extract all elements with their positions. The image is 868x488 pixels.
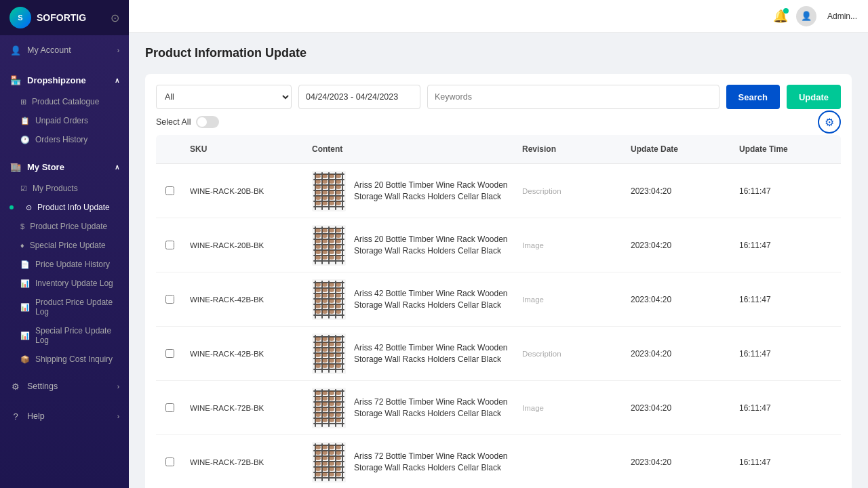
row-update-date: 2023:04:20 [624, 289, 732, 310]
special-price-label: Special Price Update [30, 241, 106, 250]
svg-point-35 [329, 201, 334, 205]
sidebar-item-shipping-cost-inquiry[interactable]: 📦 Shipping Cost Inquiry [0, 350, 129, 369]
svg-point-138 [329, 353, 334, 357]
sidebar-item-my-store[interactable]: 🏬 My Store ∧ [0, 155, 129, 179]
sidebar-item-product-price-update-log[interactable]: 📊 Product Price Update Log [0, 293, 129, 321]
sidebar-item-unpaid-orders[interactable]: 📋 Unpaid Orders [0, 111, 129, 130]
svg-point-175 [329, 407, 334, 411]
sidebar-item-help[interactable]: ? Help › [0, 404, 129, 428]
svg-point-98 [336, 293, 341, 298]
svg-point-89 [329, 283, 334, 287]
row-revision [515, 457, 624, 468]
table-header: SKU Content Revision Update Date Update … [156, 135, 841, 164]
th-update-time: Update Time [732, 142, 841, 157]
row-checkbox[interactable] [165, 349, 174, 358]
table-row: WINE-RACK-20B-BK Ariss 20 Bottle Timber … [156, 218, 841, 272]
svg-point-70 [315, 256, 321, 260]
settings-gear-wrapper: ⚙ [818, 110, 841, 134]
sidebar-item-price-update-history[interactable]: 📄 Price Update History [0, 255, 129, 274]
row-checkbox[interactable] [165, 295, 174, 304]
svg-point-221 [336, 472, 341, 476]
sidebar-item-product-catalogue[interactable]: ⊞ Product Catalogue [0, 92, 129, 111]
svg-point-166 [322, 396, 328, 401]
table-row: WINE-RACK-20B-BK Ariss 20 Bottle Timber … [156, 164, 841, 218]
row-update-date: 2023:04:20 [624, 235, 732, 256]
svg-point-181 [315, 418, 321, 422]
notification-dot [783, 8, 789, 14]
svg-point-204 [329, 451, 334, 455]
svg-point-20 [336, 180, 341, 184]
select-all-toggle[interactable] [196, 116, 219, 128]
avatar[interactable]: 👤 [796, 6, 816, 26]
unpaid-orders-icon: 📋 [20, 117, 30, 125]
price-history-label: Price Update History [35, 260, 110, 269]
row-revision: Description [515, 181, 624, 201]
price-history-icon: 📄 [20, 260, 30, 269]
svg-point-132 [315, 348, 321, 352]
svg-point-90 [336, 283, 341, 287]
table-settings-button[interactable]: ⚙ [818, 110, 841, 134]
svg-point-210 [315, 462, 321, 466]
svg-point-34 [322, 201, 328, 205]
row-checkbox[interactable] [165, 458, 174, 466]
category-select[interactable]: All [156, 85, 292, 109]
row-update-time: 16:11:47 [732, 344, 841, 364]
svg-point-110 [336, 310, 341, 314]
sidebar-item-product-price-update[interactable]: $ Product Price Update [0, 217, 129, 236]
svg-point-136 [315, 353, 321, 357]
svg-point-17 [315, 180, 321, 184]
svg-point-95 [315, 293, 321, 298]
row-content: Ariss 72 Bottle Timber Wine Rack Wooden … [305, 436, 515, 488]
svg-point-139 [336, 353, 341, 357]
product-image [312, 442, 346, 483]
svg-point-131 [336, 342, 341, 346]
keyword-input[interactable] [427, 85, 719, 109]
table-row: WINE-RACK-72B-BK Ariss 72 Bottle Timber … [156, 435, 841, 488]
sidebar-item-special-price-update[interactable]: ♦ Special Price Update [0, 236, 129, 255]
svg-rect-86 [342, 281, 343, 319]
my-store-chevron: ∧ [115, 163, 119, 171]
row-revision: Description [515, 344, 624, 364]
row-checkbox[interactable] [165, 403, 174, 412]
sidebar-item-product-info-update[interactable]: ⊙ Product Info Update [0, 198, 129, 217]
svg-point-173 [315, 407, 321, 411]
svg-point-102 [336, 299, 341, 303]
product-image [312, 279, 346, 320]
search-button[interactable]: Search [726, 85, 780, 109]
svg-point-69 [336, 250, 341, 254]
settings-icon: ⚙ [9, 380, 22, 392]
notification-wrapper[interactable]: 🔔 [773, 9, 788, 24]
my-products-label: My Products [33, 184, 78, 193]
sidebar-item-special-price-update-log[interactable]: 📊 Special Price Update Log [0, 321, 129, 350]
svg-point-161 [315, 391, 321, 395]
svg-point-54 [315, 234, 321, 238]
svg-point-63 [322, 245, 328, 249]
help-section: ? Help › [0, 401, 129, 431]
sidebar-item-my-products[interactable]: ☑ My Products [0, 179, 129, 198]
svg-point-163 [329, 391, 334, 395]
svg-point-13 [315, 174, 321, 178]
svg-point-211 [322, 462, 328, 466]
sidebar-item-inventory-update-log[interactable]: 📊 Inventory Update Log [0, 274, 129, 293]
price-update-icon: $ [20, 222, 24, 230]
svg-point-26 [322, 190, 328, 195]
update-button[interactable]: Update [787, 85, 841, 109]
logo-settings-icon[interactable]: ⊙ [111, 12, 119, 24]
sidebar-item-dropshipzone[interactable]: 🏪 Dropshipzone ∧ [0, 68, 129, 92]
svg-point-165 [315, 396, 321, 401]
orders-history-icon: 🕐 [20, 136, 30, 144]
svg-point-206 [315, 456, 321, 460]
row-checkbox[interactable] [165, 186, 174, 195]
row-update-date: 2023:04:20 [624, 344, 732, 364]
row-checkbox-cell [156, 235, 183, 255]
sidebar-item-settings[interactable]: ⚙ Settings › [0, 374, 129, 399]
topbar: 🔔 👤 Admin... [129, 0, 868, 33]
svg-point-66 [315, 250, 321, 254]
sidebar-item-orders-history[interactable]: 🕐 Orders History [0, 130, 129, 149]
svg-point-213 [336, 462, 341, 466]
svg-point-215 [322, 467, 328, 471]
row-checkbox[interactable] [165, 241, 174, 249]
logo-area: S SOFORTIG ⊙ [0, 0, 129, 35]
sidebar-item-account[interactable]: 👤 My Account › [0, 38, 129, 62]
date-range-input[interactable] [298, 85, 420, 109]
